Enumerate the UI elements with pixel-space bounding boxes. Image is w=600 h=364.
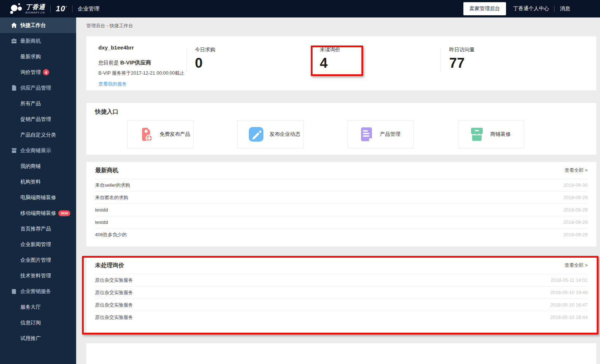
sidebar-group-leads[interactable]: 最新商机 <box>0 33 76 49</box>
brand-logo-icon <box>10 3 23 14</box>
vip-expiry: B-VIP 服务将于2017-12-21 00:00:00截止 <box>98 70 184 76</box>
sidebar-item-info-subscription[interactable]: 信息订阅 <box>0 315 76 331</box>
divider <box>187 48 187 72</box>
partial-bottom-card <box>86 343 596 364</box>
vip-status: 您目前是 B-VIP供应商 <box>98 59 184 66</box>
breadcrumb: 管理后台 - 快捷工作台 <box>86 17 133 34</box>
sidebar-group-marketing-services[interactable]: 企业营销服务 <box>0 284 76 299</box>
sidebar-item-org-profile[interactable]: 机构资料 <box>0 174 76 190</box>
latest-leads-card: 最新商机 查看全部 > 来自seller的求购 2018-09-30 来自匿名的… <box>86 162 596 246</box>
new-badge: new <box>58 210 70 216</box>
brand-text: 丁香通 BIOMART.CN <box>26 4 45 14</box>
pencil-icon <box>248 126 264 143</box>
seller-admin-button[interactable]: 卖家管理后台 <box>463 2 506 15</box>
inquiry-count-badge: 4 <box>43 69 49 75</box>
quick-entry-title: 快捷入口 <box>95 108 118 116</box>
quick-entry-card: 快捷入口 免费发布产品 发布企业动态 <box>86 103 596 155</box>
sidebar-item-news-management[interactable]: 企业新闻管理 <box>0 237 76 252</box>
view-my-services-link[interactable]: 查看我的服务 <box>98 81 127 87</box>
file-icon <box>11 85 17 91</box>
view-all-link[interactable]: 查看全部 > <box>565 167 588 174</box>
brand-name: 丁香通 <box>26 4 45 10</box>
storefront-icon <box>468 126 485 143</box>
sidebar-item-custom-categories[interactable]: 产品自定义分类 <box>0 127 76 143</box>
stat-yesterday-visits: 昨日访问量 77 <box>449 47 475 70</box>
tag-plus-icon <box>138 126 154 143</box>
overview-card: dxy_b1ee4brr 您目前是 B-VIP供应商 B-VIP 服务将于201… <box>86 36 596 90</box>
pending-inquiries-card: 未处理询价 查看全部 > 原位杂交实验服务 2018-05-11 14:01 原… <box>86 257 596 333</box>
sidebar-item-promo-products[interactable]: 促销产品管理 <box>0 111 76 127</box>
pending-inquiries-title: 未处理询价 <box>95 262 124 269</box>
list-item[interactable]: 原位杂交实验服务 2018-05-11 14:01 <box>95 274 588 286</box>
divider <box>440 48 440 72</box>
sidebar-item-trial-promotion[interactable]: 试用推广 <box>0 331 76 346</box>
quick-entry-publish-product[interactable]: 免费发布产品 <box>127 120 193 149</box>
sidebar-item-inquiry-management[interactable]: 询价管理 4 <box>0 64 76 80</box>
sidebar-item-service-hall[interactable]: 服务大厅 <box>0 299 76 315</box>
latest-leads-title: 最新商机 <box>95 167 118 174</box>
sidebar-item-workbench[interactable]: 快捷工作台 <box>0 17 76 33</box>
sidebar-item-image-management[interactable]: 企业图片管理 <box>0 252 76 268</box>
home-icon <box>11 22 17 28</box>
app-title: 企业管理 <box>78 5 99 12</box>
personal-center-link[interactable]: 丁香通个人中心 <box>513 0 549 17</box>
divider <box>72 5 72 12</box>
clipped-nav-item[interactable]: 消息 <box>560 0 600 17</box>
quick-entry-product-management[interactable]: 产品管理 <box>348 120 414 149</box>
sidebar: 快捷工作台 最新商机 最新求购 询价管理 4 供应产品管理 所有产品 促销产品管… <box>0 17 76 364</box>
briefcase-icon <box>11 38 17 44</box>
list-item[interactable]: 原位杂交实验服务 2018-05-10 19:48 <box>95 286 588 298</box>
divider <box>50 5 51 12</box>
sidebar-item-tech-docs[interactable]: 技术资料管理 <box>0 268 76 284</box>
stat-unread-inquiries: 未读询价 4 <box>320 47 340 70</box>
list-item[interactable]: 原位杂交实验服务 2018-05-10 16:47 <box>95 298 588 311</box>
topbar-right: 卖家管理后台 丁香通个人中心 消息 <box>440 0 600 17</box>
sidebar-item-latest-requests[interactable]: 最新求购 <box>0 49 76 64</box>
storefront-icon <box>11 147 17 154</box>
sidebar-group-shop-display[interactable]: 企业商铺展示 <box>0 143 76 158</box>
username: dxy_b1ee4brr <box>98 44 184 51</box>
sidebar-item-label: 快捷工作台 <box>20 22 46 29</box>
sidebar-item-my-shop[interactable]: 我的商铺 <box>0 158 76 174</box>
list-item[interactable]: testdd 2018-09-29 <box>95 203 588 216</box>
list-item[interactable]: testdd 2018-09-29 <box>95 216 588 228</box>
user-info: dxy_b1ee4brr 您目前是 B-VIP供应商 B-VIP 服务将于201… <box>98 44 184 87</box>
sidebar-item-mobile-shop-decor[interactable]: 移动端商铺装修 new <box>0 205 76 221</box>
sidebar-item-homepage-recommend[interactable]: 首页推荐产品 <box>0 221 76 237</box>
list-item[interactable]: 来自匿名的求购 2018-09-29 <box>95 191 588 203</box>
top-navbar: 丁香通 BIOMART.CN 10° 企业管理 卖家管理后台 丁香通个人中心 消… <box>0 0 600 17</box>
list-item[interactable]: 406胜多负少的 2018-09-29 <box>95 228 588 241</box>
sidebar-item-all-products[interactable]: 所有产品 <box>0 96 76 111</box>
view-all-link[interactable]: 查看全部 > <box>565 262 588 269</box>
sidebar-item-pc-shop-decor[interactable]: 电脑端商铺装修 <box>0 190 76 205</box>
sidebar-group-supply-products[interactable]: 供应产品管理 <box>0 80 76 96</box>
list-item[interactable]: 来自seller的求购 2018-09-30 <box>95 179 588 191</box>
list-item[interactable]: 原位杂交实验服务 2018-05-10 16:44 <box>95 311 588 323</box>
document-icon <box>358 126 375 143</box>
quick-entry-publish-news[interactable]: 发布企业动态 <box>237 120 303 149</box>
quick-entry-shop-decor[interactable]: 商铺装修 <box>458 120 524 149</box>
divider <box>554 5 554 12</box>
brand-subtitle: BIOMART.CN <box>26 11 45 14</box>
anniversary-logo: 10° <box>56 4 67 13</box>
book-icon <box>11 288 17 294</box>
stat-today-requests: 今日求购 0 <box>195 47 215 70</box>
